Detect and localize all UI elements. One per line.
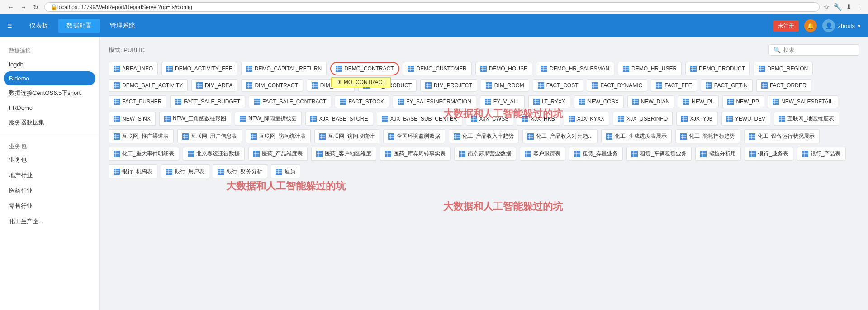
table-item[interactable]: XJX_HKB: [517, 112, 560, 126]
table-name-label: 租赁_存量业务: [583, 150, 618, 158]
sidebar-item-real-estate[interactable]: 地产行业: [0, 168, 99, 183]
download-icon[interactable]: ⬇: [846, 3, 852, 11]
sidebar-item-pharma[interactable]: 医药行业: [0, 183, 99, 198]
table-item[interactable]: FACT_SALE_BUDGET: [170, 95, 245, 108]
hamburger-menu[interactable]: ≡: [7, 21, 12, 31]
sidebar-item-centos[interactable]: 数据连接CentOS6.5下snort: [0, 85, 99, 101]
table-item[interactable]: FACT_DYNAMIC: [587, 79, 647, 92]
table-item[interactable]: 互联网_推广渠道表: [109, 129, 174, 143]
table-icon: [246, 82, 252, 89]
table-item[interactable]: DEMO_HR_USER: [618, 62, 682, 75]
table-item[interactable]: FACT_STOCK: [335, 95, 389, 108]
forward-button[interactable]: →: [18, 3, 29, 12]
sidebar-item-bidemo[interactable]: BIdemo: [4, 71, 95, 85]
table-item[interactable]: 互联网_地区维度表: [774, 112, 839, 126]
star-icon[interactable]: ☆: [823, 3, 830, 11]
table-item[interactable]: 租赁_存量业务: [569, 147, 623, 161]
extension-icon[interactable]: 🔧: [833, 3, 842, 11]
table-item[interactable]: LT_RYXX: [528, 95, 570, 108]
table-item[interactable]: 南京苏果营业数据: [454, 147, 516, 161]
table-item[interactable]: NEW_降雨量折线图: [235, 112, 302, 126]
table-item[interactable]: NEW_DIAN: [627, 95, 674, 108]
table-item[interactable]: 医药_产品维度表: [248, 147, 308, 161]
table-item[interactable]: NEW_COSX: [574, 95, 624, 108]
table-item[interactable]: XJX_CWSS: [466, 112, 514, 126]
table-item[interactable]: XJX_BASE_SUB_CENTER: [377, 112, 462, 126]
table-item[interactable]: DEMO_ACTIVITY_FEE: [161, 62, 237, 75]
table-item[interactable]: FACT_ORDER: [756, 79, 811, 92]
table-item[interactable]: 银行_业务表: [745, 147, 793, 161]
table-item[interactable]: XJX_YJB: [676, 112, 718, 126]
table-item[interactable]: 医药_库存周转事实表: [380, 147, 451, 161]
table-item[interactable]: DEMO_SALE_ACTIVITY: [109, 79, 188, 92]
nav-item-dashboard[interactable]: 仪表板: [21, 19, 57, 33]
table-item[interactable]: 化工_能耗指标趋势: [675, 129, 740, 143]
table-item[interactable]: DIM_CONTRACT: [241, 79, 303, 92]
table-item[interactable]: 医药_客户地区维度: [311, 147, 376, 161]
notification-bell[interactable]: 🔔: [804, 19, 817, 32]
table-item[interactable]: DEMO_CUSTOMER: [403, 62, 472, 75]
table-item[interactable]: DIM_AREA: [191, 79, 237, 92]
table-item[interactable]: DEMO_REGION: [754, 62, 813, 75]
table-item[interactable]: FACT_GETIN: [701, 79, 753, 92]
table-item[interactable]: 化工_产品收入率趋势: [449, 129, 519, 143]
sidebar-item-chemical[interactable]: 化工生产企...: [0, 214, 99, 229]
table-item[interactable]: 互联网_用户信息表: [177, 129, 242, 143]
table-item[interactable]: FACT_SALE_CONTRACT: [249, 95, 331, 108]
table-item[interactable]: 螺旋分析用: [695, 147, 741, 161]
table-item[interactable]: FY_SALESINFORMATION: [393, 95, 476, 108]
table-item[interactable]: DIM_ROOM: [481, 79, 529, 92]
unregistered-button[interactable]: 未注册: [773, 20, 799, 32]
sidebar-item-server-dataset[interactable]: 服务器数据集: [0, 115, 99, 130]
menu-icon[interactable]: ⋮: [855, 3, 863, 11]
table-item[interactable]: NEW_三角函数柱形图: [159, 112, 232, 126]
table-item[interactable]: NEW_PL: [678, 95, 719, 108]
table-item[interactable]: NEW_SINX: [109, 112, 156, 126]
table-item[interactable]: 互联网_访问统计表: [246, 129, 311, 143]
table-item[interactable]: FACT_FEE: [651, 79, 697, 92]
table-item[interactable]: DEMO_PRODUCT: [685, 62, 750, 75]
table-item[interactable]: 银行_产品表: [797, 147, 846, 161]
sidebar-item-logdb[interactable]: logdb: [0, 57, 99, 71]
address-bar[interactable]: 🔒 localhost:37799/WebReport/ReportServer…: [44, 2, 820, 12]
table-item[interactable]: 雇员: [271, 164, 300, 178]
table-item[interactable]: 化工_产品收入对比趋...: [522, 129, 598, 143]
table-item[interactable]: 化工_生成进度表展示: [601, 129, 672, 143]
table-item[interactable]: FACT_PUSHER: [109, 95, 166, 108]
table-item[interactable]: AREA_INFO: [109, 62, 158, 75]
table-item[interactable]: 化工_设备运行状况展示: [744, 129, 820, 143]
table-item[interactable]: DEMO_CONTRACTDEMO_CONTRACT: [330, 62, 399, 75]
nav-item-data-config[interactable]: 数据配置: [58, 19, 100, 33]
reload-button[interactable]: ↻: [31, 3, 41, 12]
back-button[interactable]: ←: [5, 3, 16, 12]
sidebar-item-bizpkg[interactable]: 业务包: [0, 152, 99, 168]
table-item[interactable]: DEMO_HOUSE: [475, 62, 532, 75]
table-item[interactable]: 租赁_车辆租赁业务: [626, 147, 692, 161]
table-item[interactable]: XJX_BASE_STORE: [305, 112, 373, 126]
table-item[interactable]: DIM_PROJECT: [420, 79, 477, 92]
table-item[interactable]: 银行_财务分析: [213, 164, 267, 178]
table-icon: [656, 82, 662, 89]
table-item[interactable]: 银行_机构表: [109, 164, 157, 178]
table-item[interactable]: NEW_SALESDETAIL: [768, 95, 838, 108]
table-item[interactable]: 北京春运迁徙数据: [183, 147, 245, 161]
sidebar-item-frdemo[interactable]: FRDemo: [0, 101, 99, 115]
table-item[interactable]: YEWU_DEV: [721, 112, 770, 126]
table-item[interactable]: FY_V_ALL: [480, 95, 525, 108]
table-item[interactable]: 全国环境监测数据: [383, 129, 445, 143]
table-item[interactable]: 银行_用户表: [161, 164, 210, 178]
nav-item-admin[interactable]: 管理系统: [102, 19, 143, 33]
table-item[interactable]: NEW_PP: [722, 95, 764, 108]
table-item[interactable]: XJX_USERINFO: [613, 112, 673, 126]
search-input[interactable]: [783, 47, 851, 53]
table-item[interactable]: 化工_重大事件明细表: [109, 147, 179, 161]
table-item[interactable]: DEMO_HR_SALESMAN: [536, 62, 614, 75]
table-item[interactable]: FACT_COST: [533, 79, 583, 92]
sidebar-item-retail[interactable]: 零售行业: [0, 198, 99, 214]
table-item[interactable]: 客户跟踪表: [520, 147, 565, 161]
table-item[interactable]: 互联网_访问段统计: [314, 129, 379, 143]
search-box[interactable]: 🔍: [768, 44, 859, 56]
table-item[interactable]: XJX_KYXX: [564, 112, 610, 126]
user-info[interactable]: 👤 zhouls ▾: [822, 19, 861, 32]
table-item[interactable]: DEMO_CAPITAL_RETURN: [241, 62, 327, 75]
